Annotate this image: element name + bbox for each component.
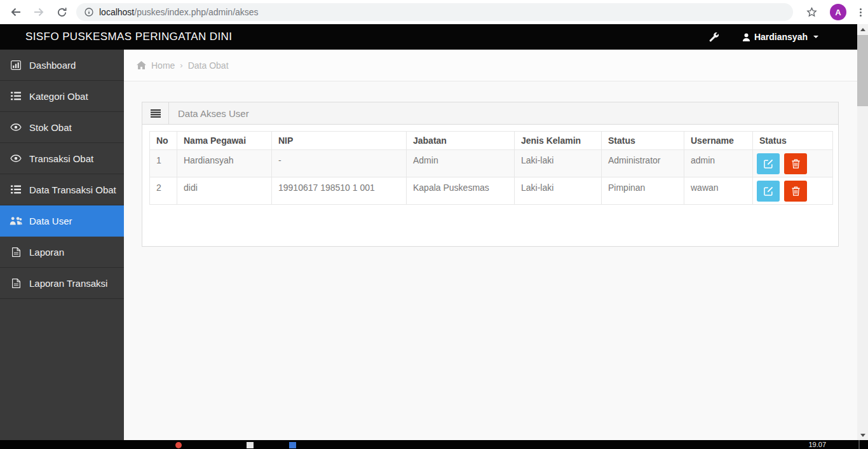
cell-no: 1 <box>150 150 177 177</box>
url-path: /puskes/index.php/admin/akses <box>134 7 258 17</box>
taskbar-clock: 19.07 <box>808 441 826 448</box>
refresh-button[interactable] <box>52 3 71 22</box>
sidebar-item-laporan-transaksi[interactable]: Laporan Transaksi <box>0 268 124 299</box>
back-button[interactable] <box>6 3 25 22</box>
breadcrumb-current: Data Obat <box>188 60 229 71</box>
sidebar-item-label: Transaksi Obat <box>29 153 93 164</box>
sidebar-item-label: Laporan Transaksi <box>29 278 107 289</box>
panel-header: Data Akses User <box>142 102 838 125</box>
users-table: No Nama Pegawai NIP Jabatan Jenis Kelami… <box>149 131 833 205</box>
list-icon <box>10 92 22 100</box>
star-icon <box>806 7 817 18</box>
forward-arrow-icon <box>33 6 44 18</box>
page-scrollbar[interactable] <box>857 24 868 440</box>
sidebar-item-data-user[interactable]: Data User <box>0 205 124 237</box>
user-menu-name: Hardiansyah <box>754 32 808 42</box>
taskbar-app-icon[interactable] <box>247 442 254 448</box>
bar-chart-icon <box>10 60 22 70</box>
cell-jabatan: Admin <box>407 150 515 177</box>
app-title: SISFO PUSKESMAS PERINGATAN DINI <box>25 31 232 43</box>
sidebar-item-data-transaksi-obat[interactable]: Data Transaksi Obat <box>0 174 124 205</box>
sidebar-item-label: Data User <box>29 216 72 226</box>
forward-button[interactable] <box>29 3 48 22</box>
bookmark-star-button[interactable] <box>802 3 821 22</box>
users-icon <box>10 216 22 225</box>
browser-profile-avatar[interactable]: A <box>830 4 846 20</box>
edit-button[interactable] <box>757 181 780 202</box>
cell-nip: 19910617 198510 1 001 <box>272 177 407 205</box>
col-header-jenis-kelamin: Jenis Kelamin <box>515 132 602 150</box>
file-icon <box>10 279 22 288</box>
app-navbar: SISFO PUSKESMAS PERINGATAN DINI Hardians… <box>0 24 868 50</box>
edit-icon <box>764 186 773 196</box>
sidebar: Dashboard Kategori Obat Stok Obat Transa… <box>0 50 124 440</box>
sidebar-item-dashboard[interactable]: Dashboard <box>0 50 124 81</box>
wrench-icon <box>709 32 719 42</box>
breadcrumb: Home › Data Obat <box>124 50 857 81</box>
list-icon <box>10 185 22 194</box>
col-header-nama-pegawai: Nama Pegawai <box>177 132 272 150</box>
sidebar-item-stok-obat[interactable]: Stok Obat <box>0 112 124 143</box>
page-info-icon[interactable] <box>85 8 93 17</box>
table-row: 2 didi 19910617 198510 1 001 Kapala Pusk… <box>150 177 833 205</box>
settings-wrench-button[interactable] <box>702 32 727 42</box>
col-header-jabatan: Jabatan <box>407 132 515 150</box>
scrollbar-thumb[interactable] <box>857 35 868 106</box>
delete-button[interactable] <box>784 153 807 174</box>
col-header-status: Status <box>602 132 684 150</box>
user-icon <box>742 33 750 41</box>
table-row: 1 Hardiansyah - Admin Laki-laki Administ… <box>150 150 833 177</box>
cell-nama: Hardiansyah <box>177 150 272 177</box>
file-icon <box>10 247 22 257</box>
refresh-icon <box>57 7 67 18</box>
panel-body: No Nama Pegawai NIP Jabatan Jenis Kelami… <box>142 125 838 211</box>
sidebar-item-label: Kategori Obat <box>29 91 88 102</box>
col-header-no: No <box>150 132 177 150</box>
back-arrow-icon <box>10 6 22 18</box>
edit-button[interactable] <box>757 153 780 174</box>
sidebar-item-label: Data Transaksi Obat <box>29 184 116 195</box>
panel-menu-button[interactable] <box>142 102 169 124</box>
trash-icon <box>792 186 800 196</box>
browser-chrome: localhost/puskes/index.php/admin/akses A <box>0 0 868 24</box>
url-text: localhost/puskes/index.php/admin/akses <box>99 7 259 17</box>
taskbar-app-icon[interactable] <box>289 442 296 448</box>
eye-icon <box>10 123 22 131</box>
taskbar-divider <box>858 440 860 449</box>
sidebar-item-label: Dashboard <box>29 60 76 71</box>
main-content: Home › Data Obat Data Akses User No Nama… <box>124 50 857 440</box>
home-icon <box>137 61 146 69</box>
cell-status: Administrator <box>602 150 684 177</box>
browser-menu-button[interactable] <box>853 4 868 20</box>
cell-jabatan: Kapala Puskesmas <box>407 177 515 205</box>
cell-jenis-kelamin: Laki-laki <box>515 150 602 177</box>
cell-nip: - <box>272 150 407 177</box>
sidebar-item-label: Stok Obat <box>29 122 72 133</box>
col-header-status-actions: Status <box>753 132 833 150</box>
user-menu[interactable]: Hardiansyah <box>742 32 818 42</box>
sidebar-item-transaksi-obat[interactable]: Transaksi Obat <box>0 143 124 174</box>
col-header-username: Username <box>684 132 753 150</box>
sidebar-item-kategori-obat[interactable]: Kategori Obat <box>0 81 124 112</box>
hamburger-icon <box>151 109 161 118</box>
cell-actions <box>753 150 833 177</box>
os-taskbar: 19.07 <box>0 440 868 449</box>
recording-dot-icon <box>175 442 182 448</box>
delete-button[interactable] <box>784 181 807 202</box>
data-akses-panel: Data Akses User No Nama Pegawai NIP Jaba… <box>142 102 839 247</box>
url-bar[interactable]: localhost/puskes/index.php/admin/akses <box>76 3 793 21</box>
breadcrumb-home-link[interactable]: Home <box>151 60 175 71</box>
sidebar-item-laporan[interactable]: Laporan <box>0 237 124 268</box>
cell-nama: didi <box>177 177 272 205</box>
cell-username: admin <box>684 150 753 177</box>
panel-title: Data Akses User <box>169 102 249 124</box>
cell-status: Pimpinan <box>602 177 684 205</box>
scroll-up-button[interactable] <box>857 24 868 34</box>
cell-username: wawan <box>684 177 753 205</box>
col-header-nip: NIP <box>272 132 407 150</box>
edit-icon <box>764 159 773 169</box>
trash-icon <box>792 159 800 169</box>
table-header-row: No Nama Pegawai NIP Jabatan Jenis Kelami… <box>150 132 833 150</box>
scroll-down-button[interactable] <box>857 430 868 440</box>
sidebar-item-label: Laporan <box>29 247 64 258</box>
